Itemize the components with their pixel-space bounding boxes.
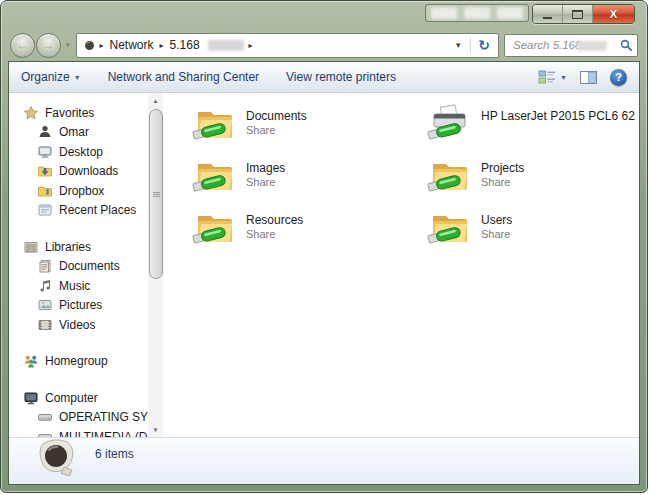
organize-button[interactable]: Organize ▼ bbox=[21, 70, 81, 84]
scroll-down-icon[interactable]: ▼ bbox=[148, 422, 163, 437]
shared-folder-icon bbox=[426, 155, 472, 197]
scrollbar-thumb[interactable] bbox=[149, 109, 163, 279]
view-remote-printers-label: View remote printers bbox=[286, 70, 396, 84]
sidebar-item-pictures[interactable]: Pictures bbox=[23, 296, 148, 316]
documents-library-icon bbox=[37, 258, 53, 274]
sidebar-item-label: Music bbox=[59, 279, 90, 293]
change-view-button[interactable]: ▼ bbox=[538, 70, 567, 84]
help-button[interactable]: ? bbox=[610, 69, 627, 86]
sidebar-item-documents[interactable]: Documents bbox=[23, 257, 148, 277]
forward-button[interactable]: → bbox=[36, 33, 61, 58]
tile-text: DocumentsShare bbox=[246, 103, 307, 136]
sidebar-gap bbox=[23, 220, 148, 237]
pictures-library-icon bbox=[37, 297, 53, 313]
help-icon: ? bbox=[615, 71, 622, 83]
file-tile-users[interactable]: UsersShare bbox=[426, 207, 639, 259]
maximize-button[interactable] bbox=[563, 5, 593, 23]
homegroup-icon bbox=[23, 353, 39, 369]
close-button[interactable]: X bbox=[593, 5, 634, 23]
network-sharing-center-button[interactable]: Network and Sharing Center bbox=[108, 70, 259, 84]
file-tile-hp-laserjet-p2015-pcl6-62[interactable]: HP LaserJet P2015 PCL6 62 bbox=[426, 103, 639, 155]
command-toolbar: Organize ▼ Network and Sharing Center Vi… bbox=[9, 62, 639, 93]
refresh-icon[interactable]: ↻ bbox=[474, 38, 494, 52]
main-area: FavoritesOmarDesktopDownloadsDropboxRece… bbox=[9, 93, 639, 437]
sidebar-item-desktop[interactable]: Desktop bbox=[23, 142, 148, 162]
sidebar-item-label: Favorites bbox=[45, 106, 94, 120]
back-button[interactable]: ← bbox=[10, 33, 35, 58]
sidebar-item-label: Omar bbox=[59, 125, 89, 139]
address-bar[interactable]: ▸ Network ▸ 5.168 ▸ ▼ ↻ bbox=[76, 33, 499, 58]
tile-name: Documents bbox=[246, 109, 307, 123]
sidebar-item-music[interactable]: Music bbox=[23, 276, 148, 296]
view-remote-printers-button[interactable]: View remote printers bbox=[286, 70, 396, 84]
tile-name: Images bbox=[246, 161, 285, 175]
navigation-bar: ← → ▾ ▸ Network ▸ 5.168 ▸ ▼ ↻ bbox=[1, 29, 647, 61]
breadcrumb-redacted-segment bbox=[208, 40, 244, 51]
magnifier-icon bbox=[620, 39, 633, 52]
chevron-down-icon: ▼ bbox=[560, 74, 567, 81]
music-library-icon bbox=[37, 278, 53, 294]
sidebar-item-favorites[interactable]: Favorites bbox=[23, 103, 148, 123]
tile-name: Users bbox=[481, 213, 512, 227]
tile-text: HP LaserJet P2015 PCL6 62 bbox=[481, 103, 635, 123]
sidebar-item-omar[interactable]: Omar bbox=[23, 123, 148, 143]
tile-text: ResourcesShare bbox=[246, 207, 303, 240]
tile-name: HP LaserJet P2015 PCL6 62 bbox=[481, 109, 635, 123]
breadcrumb-host[interactable]: 5.168 bbox=[166, 37, 204, 53]
sidebar-item-recent-places[interactable]: Recent Places bbox=[23, 201, 148, 221]
minimize-icon bbox=[543, 14, 552, 19]
file-list: DocumentsShareHP LaserJet P2015 PCL6 62I… bbox=[191, 103, 639, 259]
scrollbar-grip bbox=[153, 194, 160, 195]
explorer-window: X ← → ▾ ▸ Network ▸ 5.168 ▸ ▼ ↻ bbox=[0, 0, 648, 493]
tile-detail: Share bbox=[246, 228, 303, 240]
breadcrumb-network[interactable]: Network bbox=[106, 37, 158, 53]
sidebar-scrollbar[interactable]: ▲ ▼ bbox=[148, 93, 163, 437]
drive-icon bbox=[37, 409, 53, 425]
favorites-star-icon bbox=[23, 105, 39, 121]
sidebar-item-label: Libraries bbox=[45, 240, 91, 254]
sidebar-item-libraries[interactable]: Libraries bbox=[23, 237, 148, 257]
breadcrumb-separator-icon: ▸ bbox=[159, 41, 165, 50]
sidebar-item-computer[interactable]: Computer bbox=[23, 388, 148, 408]
search-redacted-segment bbox=[577, 41, 607, 51]
recent-pages-dropdown[interactable]: ▾ bbox=[66, 41, 70, 49]
scroll-up-icon[interactable]: ▲ bbox=[148, 93, 163, 108]
sidebar-item-downloads[interactable]: Downloads bbox=[23, 162, 148, 182]
client-area: Organize ▼ Network and Sharing Center Vi… bbox=[8, 61, 640, 485]
sidebar-gap bbox=[23, 371, 148, 388]
user-folder-icon bbox=[37, 124, 53, 140]
sidebar-item-videos[interactable]: Videos bbox=[23, 315, 148, 335]
breadcrumb-separator-icon: ▸ bbox=[99, 41, 105, 50]
breadcrumb-separator-icon: ▸ bbox=[248, 41, 254, 50]
preview-pane-button[interactable] bbox=[580, 71, 597, 84]
item-count: 6 items bbox=[95, 447, 134, 461]
sidebar-item-operating-syst[interactable]: OPERATING SYST bbox=[23, 408, 148, 428]
file-tile-documents[interactable]: DocumentsShare bbox=[191, 103, 426, 155]
tile-detail: Share bbox=[246, 176, 285, 188]
close-icon: X bbox=[610, 9, 617, 20]
address-dropdown-icon[interactable]: ▼ bbox=[449, 41, 467, 50]
tile-name: Resources bbox=[246, 213, 303, 227]
organize-label: Organize bbox=[21, 70, 70, 84]
tile-detail: Share bbox=[481, 176, 524, 188]
sidebar-item-label: Computer bbox=[45, 391, 98, 405]
sidebar-item-label: Dropbox bbox=[59, 184, 104, 198]
shared-printer-icon bbox=[426, 103, 472, 145]
downloads-folder-icon bbox=[37, 163, 53, 179]
forward-arrow-icon: → bbox=[43, 38, 55, 52]
tile-name: Projects bbox=[481, 161, 524, 175]
sidebar-item-homegroup[interactable]: Homegroup bbox=[23, 352, 148, 372]
minimize-button[interactable] bbox=[533, 5, 563, 23]
sidebar: FavoritesOmarDesktopDownloadsDropboxRece… bbox=[9, 93, 148, 437]
sidebar-item-label: Downloads bbox=[59, 164, 118, 178]
sidebar-gap bbox=[23, 335, 148, 352]
sidebar-item-label: OPERATING SYST bbox=[59, 410, 148, 424]
sidebar-item-dropbox[interactable]: Dropbox bbox=[23, 181, 148, 201]
window-controls: X bbox=[532, 4, 635, 24]
file-tile-projects[interactable]: ProjectsShare bbox=[426, 155, 639, 207]
title-bar[interactable]: X bbox=[1, 1, 647, 29]
file-tile-resources[interactable]: ResourcesShare bbox=[191, 207, 426, 259]
tile-detail: Share bbox=[481, 228, 512, 240]
dropbox-folder-icon bbox=[37, 183, 53, 199]
file-tile-images[interactable]: ImagesShare bbox=[191, 155, 426, 207]
